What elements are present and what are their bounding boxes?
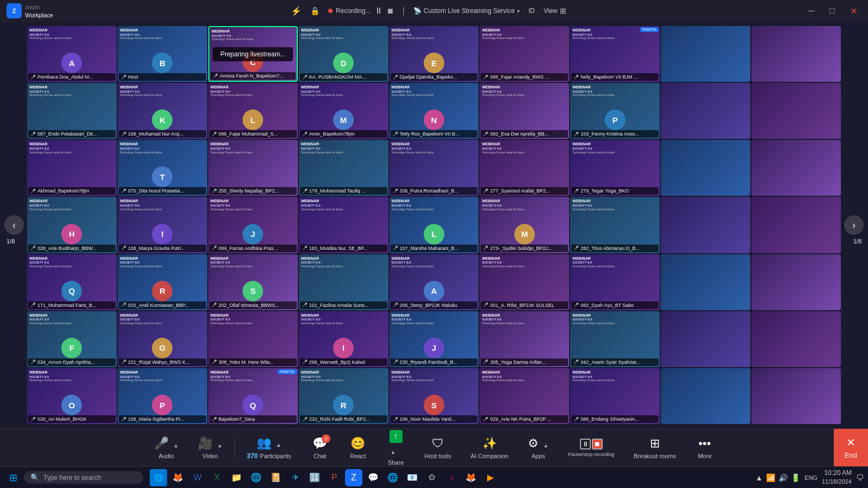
taskbar-app-notebook[interactable]: 📔 [267, 469, 284, 486]
chat-button[interactable]: 💬 2 Chat [301, 429, 339, 466]
video-cell[interactable]: WEBINAR SOCIETY 8.0 Technology Human val… [208, 368, 298, 424]
taskbar-app-telegram[interactable]: ✈ [286, 469, 304, 486]
speaker-icon[interactable]: 🔊 [778, 473, 788, 482]
video-cell[interactable]: WEBINAR SOCIETY 8.0 Technology Human val… [570, 26, 660, 82]
video-cell[interactable]: WEBINAR SOCIETY 8.0 Technology Human val… [570, 83, 660, 139]
taskbar-app-zoom[interactable]: Z [345, 469, 362, 486]
video-cell[interactable]: WEBINAR SOCIETY 8.0 Technology Human val… [118, 83, 207, 139]
prev-page-button[interactable]: ‹ [4, 215, 24, 235]
taskbar-app-whatsapp[interactable]: 💬 [365, 469, 382, 486]
pause-recording-icon[interactable]: ⏸ [374, 6, 383, 16]
video-cell[interactable] [661, 311, 750, 367]
video-cell[interactable]: WEBINAR SOCIETY 8.0 Technology Human val… [390, 197, 479, 253]
taskbar-app-powerpoint[interactable]: P [326, 469, 343, 486]
video-cell[interactable]: WEBINAR SOCIETY 8.0 Technology Human val… [390, 311, 479, 367]
video-cell[interactable]: WEBINAR SOCIETY 8.0 Technology Human val… [27, 197, 117, 253]
video-cell[interactable]: WEBINAR SOCIETY 8.0 Technology Human val… [118, 311, 207, 367]
video-cell[interactable] [751, 140, 841, 196]
taskbar-app-browser[interactable]: 🌐 [247, 469, 265, 486]
taskbar-app-calc[interactable]: 🔢 [306, 469, 323, 486]
maximize-button[interactable]: □ [825, 5, 839, 17]
video-button[interactable]: 🎥 ▲ Video [188, 429, 232, 466]
video-cell[interactable] [661, 197, 750, 253]
video-cell[interactable]: WEBINAR SOCIETY 8.0 Technology Human val… [299, 140, 388, 196]
video-arrow[interactable]: ▲ [217, 442, 222, 448]
ai-companion-button[interactable]: ✨ AI Companion [461, 429, 519, 466]
video-cell[interactable]: WEBINAR SOCIETY 8.0 Technology Human val… [570, 311, 660, 367]
video-cell[interactable]: WEBINAR SOCIETY 8.0 Technology Human val… [570, 254, 660, 310]
video-cell[interactable]: WEBINAR SOCIETY 8.0 Technology Human val… [27, 83, 117, 139]
taskbar-app-outlook[interactable]: 📧 [404, 469, 421, 486]
taskbar-app-word[interactable]: W [189, 469, 206, 486]
react-button[interactable]: 😊 React [339, 429, 377, 466]
taskbar-app-edge[interactable]: 🌐 [150, 469, 167, 486]
taskbar-app-excel[interactable]: X [208, 469, 226, 486]
start-button[interactable]: ⊞ [4, 469, 22, 486]
video-cell[interactable]: WEBINAR SOCIETY 8.0 Technology Human val… [299, 311, 388, 367]
video-cell[interactable]: WEBINAR SOCIETY 8.0 Technology Human val… [390, 254, 479, 310]
participants-button[interactable]: 👥 ▲ 370 Participants [237, 429, 301, 466]
minimize-button[interactable]: ─ [804, 5, 819, 17]
video-cell[interactable]: WEBINAR SOCIETY 8.0 Technology Human val… [570, 368, 660, 424]
video-cell[interactable] [751, 368, 841, 424]
video-cell[interactable]: WEBINAR SOCIETY 8.0 Technology Human val… [118, 26, 207, 82]
more-button[interactable]: ••• More [686, 429, 724, 466]
recording-stop-icon[interactable]: ⏹ [386, 7, 394, 15]
video-cell[interactable]: WEBINAR SOCIETY 8.0 Technology Human val… [390, 83, 479, 139]
video-cell[interactable] [751, 26, 841, 82]
taskbar-app-tiktok[interactable]: ♪ [443, 469, 460, 486]
video-cell[interactable]: WEBINAR SOCIETY 8.0 Technology Human val… [390, 368, 479, 424]
video-cell[interactable]: WEBINAR SOCIETY 8.0 Technology Human val… [299, 197, 388, 253]
video-cell[interactable] [661, 83, 750, 139]
taskbar-app-vlc[interactable]: ▶ [482, 469, 499, 486]
video-cell[interactable]: WEBINAR SOCIETY 8.0 Technology Human val… [27, 311, 117, 367]
video-cell[interactable]: WEBINAR SOCIETY 8.0 Technology Human val… [299, 83, 388, 139]
video-cell[interactable] [661, 140, 750, 196]
network-icon[interactable]: 📶 [766, 473, 775, 482]
audio-button[interactable]: 🎤 ▲ Audio [144, 429, 188, 466]
streaming-button[interactable]: 📡 Custom Live Streaming Service ▾ [413, 7, 520, 15]
share-button[interactable]: ↑ ▲ Share [377, 429, 415, 466]
video-cell[interactable]: WEBINAR SOCIETY 8.0 Technology Human val… [480, 26, 569, 82]
video-cell[interactable] [661, 368, 750, 424]
video-cell[interactable]: WEBINAR SOCIETY 8.0 Technology Human val… [118, 368, 207, 424]
video-cell[interactable]: WEBINAR SOCIETY 8.0 Technology Human val… [480, 83, 569, 139]
video-cell[interactable]: WEBINAR SOCIETY 8.0 Technology Human val… [27, 140, 117, 196]
video-cell[interactable]: WEBINAR SOCIETY 8.0 Technology Human val… [480, 311, 569, 367]
host-tools-button[interactable]: 🛡 Host tools [415, 429, 461, 466]
taskbar-app-folder[interactable]: 📁 [228, 469, 245, 486]
video-cell[interactable]: WEBINAR SOCIETY 8.0 Technology Human val… [299, 26, 388, 82]
view-button[interactable]: View ⊞ [544, 7, 566, 15]
video-cell[interactable]: WEBINAR SOCIETY 8.0 Technology Human val… [299, 254, 388, 310]
pause-stop-recording-button[interactable]: ⏸ ⏹ Pause/stop recording [558, 429, 624, 466]
video-cell[interactable]: WEBINAR SOCIETY 8.0 Technology Human val… [118, 197, 207, 253]
video-cell[interactable]: WEBINAR SOCIETY 8.0 Technology Human val… [208, 26, 298, 82]
video-cell[interactable] [751, 197, 841, 253]
video-cell[interactable]: WEBINAR SOCIETY 8.0 Technology Human val… [570, 140, 660, 196]
video-cell[interactable]: WEBINAR SOCIETY 8.0 Technology Human val… [27, 26, 117, 82]
end-button[interactable]: ✕ End [834, 429, 868, 466]
video-cell[interactable]: WEBINAR SOCIETY 8.0 Technology Human val… [480, 368, 569, 424]
taskbar-app-5[interactable]: ⚙ [423, 469, 441, 486]
video-cell[interactable]: WEBINAR SOCIETY 8.0 Technology Human val… [208, 254, 298, 310]
video-cell[interactable]: WEBINAR SOCIETY 8.0 Technology Human val… [208, 140, 298, 196]
close-button[interactable]: ✕ [846, 5, 861, 17]
video-cell[interactable]: WEBINAR SOCIETY 8.0 Technology Human val… [480, 254, 569, 310]
notification-button[interactable]: 🗨 [856, 473, 864, 482]
video-cell[interactable]: WEBINAR SOCIETY 8.0 Technology Human val… [390, 140, 479, 196]
video-cell[interactable]: WEBINAR SOCIETY 8.0 Technology Human val… [208, 197, 298, 253]
video-cell[interactable]: WEBINAR SOCIETY 8.0 Technology Human val… [480, 140, 569, 196]
taskbar-app-1[interactable]: 🦊 [169, 469, 187, 486]
video-cell[interactable] [751, 311, 841, 367]
video-cell[interactable]: WEBINAR SOCIETY 8.0 Technology Human val… [27, 368, 117, 424]
video-cell[interactable]: WEBINAR SOCIETY 8.0 Technology Human val… [208, 83, 298, 139]
video-cell[interactable]: WEBINAR SOCIETY 8.0 Technology Human val… [118, 254, 207, 310]
video-cell[interactable]: WEBINAR SOCIETY 8.0 Technology Human val… [208, 311, 298, 367]
system-clock[interactable]: 10:20 AM 11/18/2024 [822, 468, 852, 486]
video-cell[interactable]: WEBINAR SOCIETY 8.0 Technology Human val… [27, 254, 117, 310]
video-cell[interactable]: WEBINAR SOCIETY 8.0 Technology Human val… [299, 368, 388, 424]
video-cell[interactable]: WEBINAR SOCIETY 8.0 Technology Human val… [570, 197, 660, 253]
tray-expand-icon[interactable]: ▲ [755, 473, 763, 482]
apps-button[interactable]: ⚙ ▲ Apps [518, 429, 558, 466]
video-cell[interactable]: WEBINAR SOCIETY 8.0 Technology Human val… [118, 140, 207, 196]
